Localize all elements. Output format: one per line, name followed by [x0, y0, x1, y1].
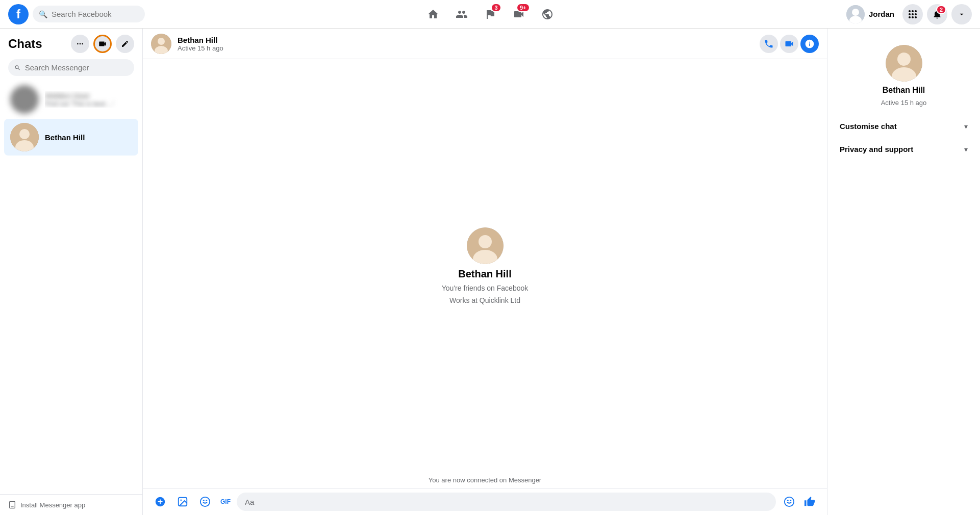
photo-sticker-button[interactable] — [173, 493, 192, 511]
sidebar-header: Chats — [0, 29, 142, 57]
nav-right: Jordan 2 — [829, 3, 972, 25]
privacy-support-section[interactable]: Privacy and support ▾ — [832, 139, 976, 160]
svg-point-21 — [158, 38, 165, 45]
svg-point-11 — [915, 16, 917, 18]
chat-header: Bethan Hill Active 15 h ago — [143, 29, 827, 59]
svg-point-1 — [852, 9, 859, 16]
svg-point-29 — [203, 500, 205, 501]
input-right-actions — [780, 493, 819, 511]
account-chevron-button[interactable] — [951, 4, 972, 24]
chat-header-avatar — [151, 34, 171, 54]
contact-intro-avatar — [467, 227, 504, 264]
home-nav-button[interactable] — [421, 2, 445, 27]
right-sidebar: Bethan Hill Active 15 h ago Customise ch… — [827, 29, 980, 515]
friends-text: You're friends on Facebook — [442, 284, 529, 292]
left-sidebar: Chats Hidden User — [0, 29, 143, 515]
chat-header-info: Bethan Hill Active 15 h ago — [178, 36, 223, 52]
install-messenger-label: Install Messenger app — [20, 501, 85, 509]
chevron-down-icon: ▾ — [964, 122, 968, 131]
video-badge: 9+ — [516, 3, 530, 12]
new-video-call-button[interactable] — [93, 35, 112, 53]
notifications-badge: 2 — [936, 5, 946, 14]
svg-point-13 — [80, 43, 81, 45]
gif-button[interactable]: GIF — [218, 493, 233, 511]
svg-point-5 — [915, 10, 917, 12]
profile-section: Bethan Hill Active 15 h ago — [827, 37, 980, 115]
search-icon: 🔍 — [39, 10, 47, 18]
chat-input-area: GIF Aa — [143, 488, 827, 515]
chat-header-actions — [760, 35, 819, 53]
flag-nav-button[interactable]: 3 — [478, 2, 502, 27]
svg-point-30 — [206, 500, 207, 501]
chat-messages: Bethan Hill You're friends on Facebook W… — [143, 59, 827, 472]
sticker-button[interactable] — [196, 493, 214, 511]
svg-point-7 — [912, 13, 914, 15]
works-text: Works at Quicklink Ltd — [449, 296, 520, 304]
nav-center: 3 9+ — [151, 2, 829, 27]
user-profile-chip[interactable]: Jordan — [842, 3, 898, 25]
svg-rect-18 — [10, 501, 15, 508]
facebook-logo[interactable]: f — [8, 4, 29, 24]
svg-point-24 — [479, 235, 492, 248]
chat-info: Bethan Hill — [45, 133, 132, 142]
customise-chat-label: Customise chat — [840, 122, 897, 131]
search-messenger-input[interactable] — [25, 63, 128, 72]
svg-point-35 — [897, 53, 911, 66]
svg-point-9 — [909, 16, 911, 18]
user-name-label: Jordan — [869, 10, 894, 18]
search-messenger-container — [8, 59, 134, 76]
info-button[interactable] — [800, 35, 819, 53]
list-item[interactable]: Hidden User Find out 'This is best ...' — [4, 81, 138, 118]
svg-point-3 — [909, 10, 911, 12]
chat-area: Bethan Hill Active 15 h ago — [143, 29, 827, 515]
groups-nav-button[interactable] — [535, 2, 560, 27]
flag-badge: 3 — [491, 3, 501, 12]
chat-name: Hidden User — [45, 91, 132, 100]
svg-point-8 — [915, 13, 917, 15]
svg-point-16 — [19, 129, 30, 139]
like-button[interactable] — [800, 493, 819, 511]
chat-contact-name: Bethan Hill — [178, 36, 223, 44]
sidebar-actions — [71, 35, 134, 53]
svg-point-10 — [912, 16, 914, 18]
install-messenger-footer[interactable]: Install Messenger app — [0, 494, 142, 515]
customise-chat-section[interactable]: Customise chat ▾ — [832, 116, 976, 137]
profile-active-status: Active 15 h ago — [881, 99, 927, 107]
chat-name: Bethan Hill — [45, 133, 132, 142]
bethan-hill-avatar — [10, 123, 39, 151]
svg-point-28 — [200, 497, 210, 506]
chat-info: Hidden User Find out 'This is best ...' — [45, 91, 132, 108]
grid-menu-button[interactable] — [902, 4, 923, 24]
message-input[interactable]: Aa — [237, 493, 776, 511]
compose-button[interactable] — [116, 35, 134, 53]
blurred-avatar — [10, 85, 39, 114]
friends-nav-button[interactable] — [449, 2, 474, 27]
svg-point-32 — [787, 500, 789, 501]
svg-point-14 — [82, 43, 83, 45]
phone-call-button[interactable] — [760, 35, 778, 53]
search-bar-container: 🔍 — [33, 6, 145, 22]
chat-list: Hidden User Find out 'This is best ...' … — [0, 80, 142, 494]
more-options-button[interactable] — [71, 35, 89, 53]
notifications-button[interactable]: 2 — [927, 4, 947, 24]
top-nav: f 🔍 3 9+ Jordan — [0, 0, 980, 29]
chat-preview: Find out 'This is best ...' — [45, 100, 132, 108]
user-avatar — [846, 5, 865, 23]
svg-point-33 — [790, 500, 791, 501]
profile-contact-name: Bethan Hill — [883, 86, 925, 95]
svg-point-27 — [180, 499, 182, 501]
chat-header-left: Bethan Hill Active 15 h ago — [151, 34, 223, 54]
svg-point-31 — [785, 497, 794, 506]
privacy-support-label: Privacy and support — [840, 145, 913, 153]
video-call-button[interactable] — [780, 35, 798, 53]
search-input[interactable] — [52, 10, 139, 18]
contact-intro-name: Bethan Hill — [458, 268, 511, 280]
svg-point-12 — [77, 43, 79, 45]
svg-point-6 — [909, 13, 911, 15]
video-nav-button[interactable]: 9+ — [507, 2, 531, 27]
nav-left: f 🔍 — [8, 4, 151, 24]
emoji-button[interactable] — [780, 493, 798, 511]
contact-intro: Bethan Hill You're friends on Facebook W… — [442, 227, 529, 304]
list-item[interactable]: Bethan Hill — [4, 119, 138, 156]
add-attachment-button[interactable] — [151, 493, 169, 511]
